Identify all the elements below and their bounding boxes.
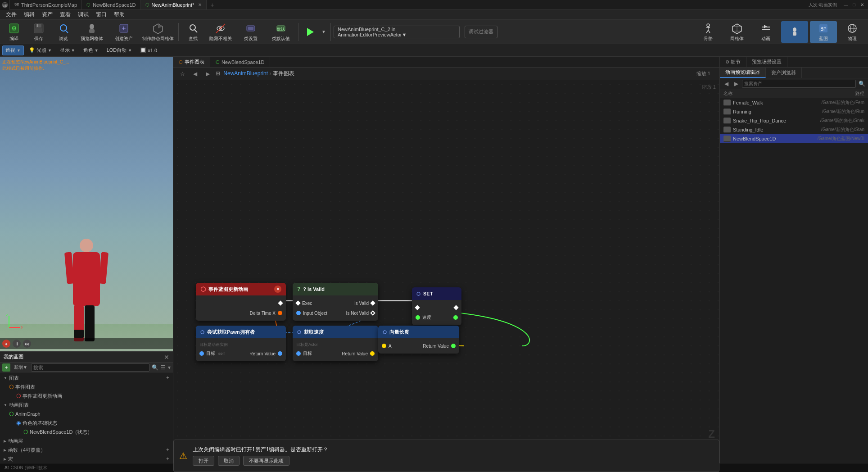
- asset-filter-input[interactable]: [742, 80, 856, 88]
- asset-item-1[interactable]: Running /Game/新的角色/Run: [720, 107, 868, 116]
- skeleton-mode-btn[interactable]: 骨骼: [695, 21, 722, 43]
- add-tab-btn[interactable]: +: [207, 1, 217, 9]
- asset-item-4[interactable]: NewBlendSpace1D /Game/角色蓝图/NewBl: [720, 134, 868, 143]
- set-exec-out[interactable]: [451, 303, 461, 313]
- section-graphs[interactable]: ▼ 图表 +: [0, 373, 173, 382]
- tree-event-graph[interactable]: ⬡ 事件图表: [0, 382, 173, 391]
- is-valid-out-pin[interactable]: Is Valid: [343, 298, 378, 308]
- hide-unrelated-btn[interactable]: 隐藏不相关: [206, 21, 235, 43]
- vector-length-node[interactable]: ⬡ 向量长度 A Return Value: [378, 326, 459, 354]
- tab-third-person[interactable]: 🗺 ThirdPersonExampleMap: [10, 0, 82, 9]
- section-anim-layer[interactable]: ▶ 动画层: [0, 436, 173, 445]
- asset-search-icon[interactable]: 🔍: [858, 80, 866, 88]
- debug-filter[interactable]: 调试过滤器: [465, 26, 497, 38]
- tab-blend-space-graph[interactable]: ⬡ NewBlendSpace1D: [210, 57, 270, 67]
- anim-editor-tab[interactable]: 动画预览编辑器: [720, 68, 766, 78]
- tab-blend-space[interactable]: ⬡ NewBlendSpace1D: [82, 0, 140, 9]
- rp-forward-btn[interactable]: ▶: [732, 80, 740, 88]
- close-tab-btn[interactable]: ✕: [198, 2, 202, 7]
- save-btn[interactable]: 保存: [27, 21, 50, 43]
- details-tab[interactable]: ⚙ 细节: [720, 57, 746, 67]
- event-node-close[interactable]: ✕: [274, 286, 281, 293]
- vel-return-pin[interactable]: Return Value: [338, 349, 378, 359]
- add-item-btn[interactable]: +: [2, 363, 10, 372]
- show-btn[interactable]: 显示 ▼: [57, 45, 78, 55]
- speed-out-pin[interactable]: [450, 313, 461, 322]
- breadcrumb-home[interactable]: NewAnimBlueprint: [223, 70, 268, 77]
- asset-browser-tab[interactable]: 资产浏览器: [766, 68, 802, 78]
- filter-active-btn[interactable]: ▾: [168, 364, 171, 371]
- find-btn[interactable]: 查找: [181, 21, 205, 43]
- pawn-target-pin[interactable]: 目标 self: [196, 349, 228, 359]
- set-node[interactable]: ⬡ SET 速度: [412, 287, 461, 325]
- lod-btn[interactable]: LOD自动 ▼: [104, 45, 136, 55]
- lighting-btn[interactable]: 💡 光照 ▼: [26, 45, 55, 55]
- tab-event-graph[interactable]: ⬡ 事件图表: [173, 57, 210, 67]
- character-btn[interactable]: 角色 ▼: [80, 45, 102, 55]
- maximize-btn[interactable]: □: [850, 1, 858, 9]
- class-settings-btn[interactable]: 类设置: [236, 21, 265, 43]
- menu-file[interactable]: 文件: [2, 10, 20, 19]
- tree-blend-state[interactable]: ⬡ NewBlendSpace1D（状态）: [0, 427, 173, 436]
- is-valid-node[interactable]: ? ? Is Valid Exec Input Object: [293, 283, 378, 321]
- create-asset-btn[interactable]: + 创建资产: [108, 21, 139, 43]
- menu-help[interactable]: 帮助: [110, 10, 128, 19]
- zoom-btn[interactable]: 🔲 x1.0: [137, 45, 160, 55]
- menu-debug[interactable]: 调试: [74, 10, 92, 19]
- tree-anim-graph[interactable]: ⬡ AnimGraph: [0, 409, 173, 418]
- compile-btn[interactable]: ⚙ 编译: [2, 21, 26, 43]
- close-panel-btn[interactable]: ✕: [164, 354, 169, 361]
- menu-view[interactable]: 查看: [56, 10, 74, 19]
- pause-btn[interactable]: ⏸: [13, 340, 21, 348]
- vel-target-pin[interactable]: 目标: [293, 349, 316, 359]
- add-function-btn[interactable]: +: [166, 447, 169, 453]
- expand-play-btn[interactable]: ▼: [320, 21, 328, 43]
- vec-return-pin[interactable]: Return Value: [419, 341, 459, 351]
- browse-btn[interactable]: 浏览: [52, 21, 75, 43]
- delta-time-pin[interactable]: Delta Time X: [196, 308, 286, 318]
- input-object-pin[interactable]: Input Object: [293, 308, 331, 318]
- rp-back-btn[interactable]: ◀: [722, 80, 730, 88]
- menu-window[interactable]: 窗口: [92, 10, 110, 19]
- section-functions[interactable]: ▶ 函数（4可覆盖） +: [0, 445, 173, 454]
- search-input[interactable]: [31, 363, 149, 372]
- add-graph-btn[interactable]: +: [166, 375, 169, 381]
- static-mesh-btn[interactable]: 制作静态网格体: [140, 21, 176, 43]
- star-btn[interactable]: ☆: [178, 69, 187, 78]
- section-anim-graph[interactable]: ▼ 动画图表: [0, 400, 173, 409]
- preview-selector[interactable]: NewAnimBlueprint_C_2 in AnimationEditorP…: [334, 26, 460, 38]
- get-velocity-node[interactable]: ⬡ 获取速度 目标是Actor 目标 Return Value: [293, 326, 378, 361]
- filter-options-btn[interactable]: ☰: [161, 364, 166, 371]
- vec-a-pin[interactable]: A: [378, 341, 395, 351]
- retarget-mode-btn[interactable]: [781, 21, 808, 43]
- asset-item-2[interactable]: Snake_Hip_Hop_Dance /Game/新的角色/Snak: [720, 116, 868, 125]
- breadcrumb-forward-btn[interactable]: ▶: [203, 69, 212, 78]
- is-not-valid-pin[interactable]: Is Not Valid: [343, 308, 378, 318]
- open-btn[interactable]: 打开: [193, 456, 214, 466]
- menu-edit[interactable]: 编辑: [20, 10, 38, 19]
- close-btn[interactable]: ✕: [859, 1, 866, 9]
- blueprint-canvas[interactable]: ⬡ 事件蓝图更新动画 ✕ Delta Time X: [173, 80, 719, 472]
- mesh-mode-btn[interactable]: 网格体: [723, 21, 750, 43]
- physics-mode-btn[interactable]: 物理: [839, 21, 866, 43]
- speed-in-pin[interactable]: 速度: [412, 313, 435, 322]
- set-exec-in[interactable]: [412, 303, 423, 313]
- tree-base-state[interactable]: ◉ 角色的基础状态: [0, 418, 173, 427]
- step-btn[interactable]: ⏭: [23, 340, 31, 348]
- breadcrumb-back-btn[interactable]: ◀: [190, 69, 199, 78]
- tab-anim-blueprint[interactable]: ⬡ NewAnimBlueprint* ✕: [141, 0, 207, 9]
- preview-settings-tab[interactable]: 预览场景设置: [746, 57, 787, 67]
- blueprint-mode-btn[interactable]: BP 蓝图: [810, 21, 837, 43]
- play-btn[interactable]: [301, 21, 318, 43]
- add-macro-btn[interactable]: +: [166, 456, 169, 462]
- search-icon[interactable]: 🔍: [152, 364, 158, 371]
- menu-asset[interactable]: 资产: [38, 10, 56, 19]
- section-macros[interactable]: ▶ 宏 +: [0, 454, 173, 463]
- exec-in-pin[interactable]: Exec: [293, 298, 331, 308]
- record-btn[interactable]: ●: [2, 340, 10, 348]
- asset-item-3[interactable]: Standing_Idle /Game/新的角色/Stan: [720, 125, 868, 134]
- perspective-btn[interactable]: 透视 ▼: [2, 45, 24, 55]
- get-pawn-node[interactable]: ⬡ 尝试获取Pawn拥有者 目标是动画实例 目标 self Return Val…: [196, 326, 286, 361]
- viewport[interactable]: X Z 正在预览NewAnimBlueprint_C_... 此模式已被用前操作…: [0, 57, 173, 351]
- pawn-return-pin[interactable]: Return Value: [246, 349, 286, 359]
